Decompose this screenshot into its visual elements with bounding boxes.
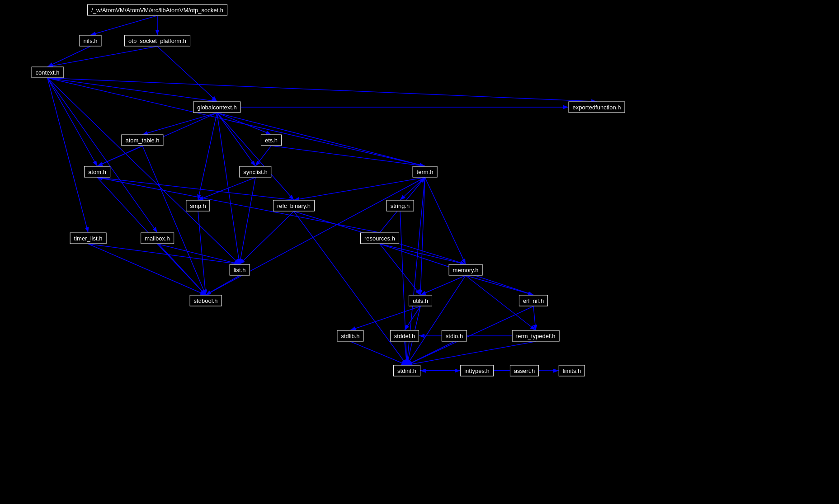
edge-globalcontext-refc_binary: [217, 113, 294, 200]
node-assert: assert.h: [510, 365, 539, 377]
edge-globalcontext-list: [217, 113, 240, 264]
edge-smp-stdbool: [198, 212, 206, 295]
node-inttypes: inttypes.h: [460, 365, 494, 377]
node-atom: atom.h: [84, 166, 110, 178]
edge-mailbox-list: [157, 244, 240, 264]
node-stdlib: stdlib.h: [337, 330, 363, 342]
edge-list-stdbool: [206, 276, 240, 295]
edge-string-stdint: [400, 212, 407, 365]
node-refc_binary: refc_binary.h: [273, 200, 315, 212]
node-list: list.h: [230, 264, 250, 276]
edge-globalcontext-smp: [198, 113, 217, 200]
node-mailbox: mailbox.h: [141, 233, 174, 244]
edge-globalcontext-term: [217, 113, 425, 166]
node-context: context.h: [32, 67, 64, 78]
edge-mailbox-stdbool: [157, 244, 206, 295]
edge-otp_socket_platform-globalcontext: [157, 47, 217, 102]
node-synclist: synclist.h: [239, 166, 271, 178]
node-atom_table: atom_table.h: [121, 135, 163, 146]
node-term_typedef: term_typedef.h: [512, 330, 560, 342]
node-smp: smp.h: [186, 200, 210, 212]
node-otp_socket: /_w/AtomVM/AtomVM/src/libAtomVM/otp_sock…: [87, 5, 227, 16]
edge-otp_socket-nifs: [90, 16, 157, 35]
edge-utils-stdlib: [350, 306, 420, 330]
edge-resources-memory: [380, 244, 466, 264]
node-stdbool: stdbool.h: [190, 295, 222, 306]
edge-otp_socket_platform-context: [47, 47, 157, 67]
node-term: term.h: [413, 166, 438, 178]
node-stddef: stddef.h: [390, 330, 419, 342]
node-erl_nif: erl_nif.h: [519, 295, 548, 306]
graph-container: /_w/AtomVM/AtomVM/src/libAtomVM/otp_sock…: [0, 0, 839, 504]
edge-context-term: [47, 78, 425, 166]
edge-erl_nif-term_typedef: [533, 306, 536, 330]
edge-term_typedef-stdint: [407, 342, 536, 365]
node-stdint: stdint.h: [393, 365, 420, 377]
node-timer_list: timer_list.h: [70, 233, 107, 244]
dependency-graph-svg: [0, 0, 839, 504]
edge-globalcontext-atom_table: [142, 113, 217, 135]
edge-nifs-context: [47, 47, 90, 67]
node-string: string.h: [387, 200, 414, 212]
node-exportedfunction: exportedfunction.h: [569, 102, 625, 113]
edge-term-utils: [420, 178, 425, 295]
edge-ets-term: [271, 146, 425, 166]
edge-context-mailbox: [47, 78, 157, 233]
node-stdio: stdio.h: [442, 330, 467, 342]
node-memory: memory.h: [449, 264, 483, 276]
edge-term-refc_binary: [294, 178, 425, 200]
node-ets: ets.h: [261, 135, 282, 146]
edge-stdio-stdint: [407, 342, 454, 365]
edge-atom_table-stdbool: [142, 146, 206, 295]
edge-memory-erl_nif: [466, 276, 533, 295]
edge-context-timer_list: [47, 78, 88, 233]
edge-context-atom: [47, 78, 97, 166]
edge-term-memory: [425, 178, 466, 264]
node-resources: resources.h: [360, 233, 399, 244]
node-globalcontext: globalcontext.h: [193, 102, 240, 113]
edge-resources-atom: [97, 178, 380, 233]
edge-resources-utils: [380, 244, 420, 295]
node-otp_socket_platform: otp_socket_platform.h: [124, 35, 190, 47]
node-nifs: nifs.h: [79, 35, 101, 47]
node-utils: utils.h: [409, 295, 432, 306]
edge-synclist-smp: [198, 178, 255, 200]
edge-ets-synclist: [255, 146, 271, 166]
node-limits: limits.h: [559, 365, 585, 377]
